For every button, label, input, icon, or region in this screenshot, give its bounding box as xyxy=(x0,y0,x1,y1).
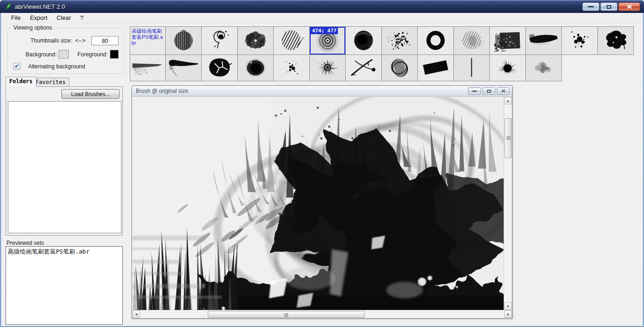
tab-favorites[interactable]: Favorites xyxy=(32,78,69,87)
alternating-background-label: Alternating background xyxy=(28,63,85,70)
brush-dot-cluster-image xyxy=(274,55,309,81)
brush-fingerprint-oval-image xyxy=(454,27,489,54)
brush-set-name-cell: 高级绘画笔刷套装PS笔刷.abr xyxy=(130,26,166,55)
brush-splat-dots-image xyxy=(562,27,597,54)
preview-window-title: Brush @ original size xyxy=(136,88,188,94)
brush-thumbnail-dot-cluster[interactable] xyxy=(274,55,310,81)
previewed-sets-list[interactable]: 高级绘画笔刷套装PS笔刷.abr xyxy=(6,246,123,325)
brush-thumbnail-dark-iris[interactable] xyxy=(238,55,274,81)
brush-thumbnail-twigs[interactable] xyxy=(346,55,382,81)
foreground-label: Foreground: xyxy=(77,51,108,58)
preview-window-titlebar[interactable]: Brush @ original size xyxy=(132,86,512,97)
alternating-background-checkbox[interactable]: ✔ xyxy=(13,63,20,70)
menu-help[interactable]: ? xyxy=(76,13,88,23)
brush-black-rect-image xyxy=(418,55,453,81)
brush-thumbnail-splat-dots[interactable] xyxy=(562,26,598,55)
thumbnails-size-input[interactable]: 80 xyxy=(91,36,119,45)
brush-scribble-ball-image xyxy=(382,55,417,81)
maximize-button[interactable] xyxy=(600,2,618,11)
brush-streaked-sphere-image xyxy=(166,27,201,54)
viewing-options-group: Viewing options Thumbnails size: <--> 80… xyxy=(7,28,124,74)
brush-taper-stroke-image xyxy=(166,55,201,81)
scroll-up-button[interactable]: ▲ xyxy=(504,97,512,104)
brush-dark-wedge-image xyxy=(526,27,561,54)
previewed-set-item[interactable]: 高级绘画笔刷套装PS笔刷.abr xyxy=(6,247,122,257)
brush-grid-row2 xyxy=(130,55,634,81)
brush-thumbnail-vertical-line[interactable] xyxy=(454,55,490,81)
brush-thumbnail-glossy-ball[interactable] xyxy=(346,26,382,55)
preview-restore-button[interactable] xyxy=(482,87,495,95)
load-brushes-button[interactable]: Load Brushes... xyxy=(61,89,120,99)
previewed-sets-label: Previewed sets xyxy=(6,240,44,246)
restore-icon xyxy=(487,90,491,93)
brush-thumbnail-starburst[interactable] xyxy=(310,55,346,81)
minimize-button[interactable] xyxy=(582,2,600,11)
brush-thumbnail-swirl-dots[interactable] xyxy=(202,26,238,55)
close-icon xyxy=(627,5,632,9)
minimize-icon xyxy=(472,91,477,92)
horizontal-scroll-thumb[interactable] xyxy=(208,311,365,318)
window-title: abrViewer.NET 2.0 xyxy=(15,3,65,10)
menu-clear[interactable]: Clear xyxy=(52,13,76,23)
client-area: Viewing options Thumbnails size: <--> 80… xyxy=(1,23,643,326)
brush-swirl-dots-image xyxy=(202,27,237,54)
brush-grunge-block-image xyxy=(490,27,525,54)
scroll-right-button[interactable]: ► xyxy=(505,310,512,318)
folder-list[interactable] xyxy=(8,101,121,233)
brush-thumbnail-fade-smear[interactable] xyxy=(130,55,166,81)
brush-thumbnail-taper-stroke[interactable] xyxy=(166,55,202,81)
scroll-left-button[interactable]: ◄ xyxy=(132,310,140,318)
brush-thumbnail-thick-ring[interactable] xyxy=(418,26,454,55)
brush-thumbnail-hatch-ball[interactable] xyxy=(274,26,310,55)
tab-folders[interactable]: Folders xyxy=(6,77,36,87)
brush-set-name: 高级绘画笔刷套装PS笔刷.abr xyxy=(130,27,165,48)
brush-hatch-ball-image xyxy=(274,27,309,54)
brush-thumbnail-grunge-block[interactable] xyxy=(490,26,526,55)
brush-thumbnail-grid: 高级绘画笔刷套装PS笔刷.abr474; 477 xyxy=(130,26,634,81)
close-button[interactable] xyxy=(618,2,640,11)
menu-file[interactable]: File xyxy=(6,13,25,23)
brush-thick-ring-image xyxy=(418,27,453,54)
brush-thumbnail-concentric-rings[interactable]: 474; 477 xyxy=(310,26,346,55)
titlebar[interactable]: abrViewer.NET 2.0 xyxy=(0,0,644,13)
brush-thumbnail-ink-splat[interactable] xyxy=(598,26,634,55)
background-label: Background: xyxy=(11,51,57,58)
maximize-icon xyxy=(607,5,611,9)
scroll-down-button[interactable]: ▼ xyxy=(504,303,512,310)
vertical-scroll-thumb[interactable] xyxy=(505,118,512,158)
brush-vertical-line-image xyxy=(454,55,489,81)
brush-fade-smear-image xyxy=(130,55,165,81)
app-icon xyxy=(4,3,12,11)
menu-bar: File Export Clear ? xyxy=(1,13,643,23)
brush-thumbnail-scribble-ball[interactable] xyxy=(382,55,418,81)
preview-horizontal-scrollbar[interactable]: ◄ ► xyxy=(132,310,512,318)
thumbnails-size-label: Thumbnails size: xyxy=(10,37,72,44)
brush-thumbnail-fingerprint-oval[interactable] xyxy=(454,26,490,55)
brush-starburst-image xyxy=(310,55,345,81)
preview-vertical-scrollbar[interactable]: ▲ ▼ xyxy=(504,97,512,310)
brush-grid-row1: 高级绘画笔刷套装PS笔刷.abr474; 477 xyxy=(130,26,634,55)
brush-speckle-blob-image xyxy=(382,27,417,54)
brush-dark-iris-image xyxy=(238,55,273,81)
brush-thumbnail-spiky-tuft[interactable] xyxy=(490,55,526,81)
brush-preview-image xyxy=(132,97,504,310)
brush-thumbnail-dark-wedge[interactable] xyxy=(526,26,562,55)
brush-twigs-image xyxy=(346,55,381,81)
background-color-swatch[interactable] xyxy=(59,50,69,59)
folders-tab-page: Load Brushes... xyxy=(6,86,123,236)
menu-export[interactable]: Export xyxy=(25,13,52,23)
brush-mottled-blob-image xyxy=(526,55,561,81)
brush-cracked-rock-image xyxy=(202,55,237,81)
brush-thumbnail-cracked-rock[interactable] xyxy=(202,55,238,81)
brush-thumbnail-mottled-blob[interactable] xyxy=(526,55,562,81)
brush-thumbnail-fuzzy-rosette[interactable] xyxy=(238,26,274,55)
viewing-options-label: Viewing options xyxy=(12,24,54,31)
preview-close-button[interactable] xyxy=(497,87,510,95)
foreground-color-swatch[interactable] xyxy=(110,50,119,59)
minimize-icon xyxy=(588,6,594,7)
preview-minimize-button[interactable] xyxy=(468,87,481,95)
brush-thumbnail-streaked-sphere[interactable] xyxy=(166,26,202,55)
brush-thumbnail-speckle-blob[interactable] xyxy=(382,26,418,55)
brush-preview-window: Brush @ original size ▲ xyxy=(132,85,512,319)
brush-thumbnail-black-rect[interactable] xyxy=(418,55,454,81)
